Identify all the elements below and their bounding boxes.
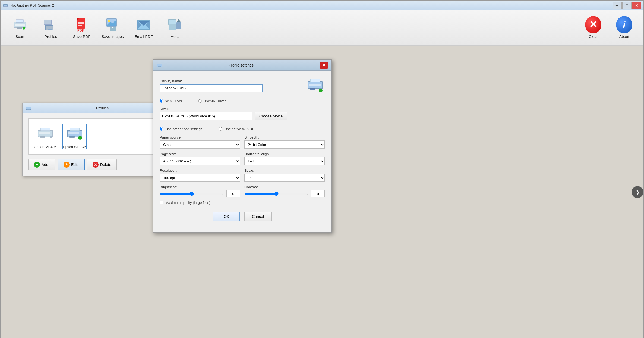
dialog-scanner-icon bbox=[306, 76, 325, 95]
minimize-button[interactable]: ─ bbox=[613, 2, 622, 9]
cancel-button[interactable]: Cancel bbox=[244, 212, 272, 221]
profiles-toolbar-btn[interactable]: Profiles bbox=[36, 13, 66, 43]
resolution-scale-row: Resolution: 75 dpi 100 dpi 150 dpi 200 d… bbox=[160, 168, 325, 182]
scale-select[interactable]: 1:1 1:2 2:1 bbox=[244, 174, 325, 182]
save-pdf-toolbar-btn[interactable]: PDF Save PDF bbox=[67, 13, 97, 43]
svg-rect-42 bbox=[40, 136, 45, 138]
profile-item-epson[interactable]: Epson WF 845 bbox=[63, 124, 86, 149]
driver-radio-row: WIA Driver TWAIN Driver bbox=[160, 99, 325, 103]
contrast-slider[interactable] bbox=[244, 191, 308, 196]
restore-button[interactable]: □ bbox=[622, 2, 632, 9]
bit-depth-select[interactable]: 24-bit Color 8-bit Grayscale 1-bit Black… bbox=[244, 140, 325, 149]
brightness-slider[interactable] bbox=[160, 191, 224, 196]
max-quality-label: Maximum quality (large files) bbox=[165, 201, 210, 205]
about-icon: i bbox=[616, 17, 632, 33]
profiles-window: Profiles Canon MP495 bbox=[22, 103, 174, 176]
delete-label: Delete bbox=[100, 162, 111, 167]
horizontal-align-select[interactable]: Left Center Right bbox=[244, 157, 325, 165]
brightness-value[interactable] bbox=[226, 190, 240, 197]
brightness-label: Brightness: bbox=[160, 185, 240, 189]
svg-point-50 bbox=[78, 136, 82, 140]
edit-icon: ✎ bbox=[64, 162, 70, 168]
dialog-icon bbox=[156, 62, 162, 68]
more-toolbar-btn[interactable]: Mo... bbox=[160, 13, 190, 43]
add-profile-button[interactable]: + Add bbox=[28, 159, 55, 170]
profiles-grid: Canon MP495 Epson WF 845 bbox=[28, 118, 168, 155]
dialog-title-text: Profile settings bbox=[162, 63, 320, 67]
scan-toolbar-btn[interactable]: Scan bbox=[5, 13, 35, 43]
scan-mode-radio-row: Use predefined settings Use native WIA U… bbox=[160, 127, 325, 131]
svg-point-7 bbox=[23, 27, 25, 30]
window-title: Not Another PDF Scanner 2 bbox=[10, 3, 54, 7]
brightness-group: Brightness: bbox=[160, 185, 240, 197]
epson-scanner-icon bbox=[65, 124, 84, 143]
svg-rect-10 bbox=[44, 20, 51, 24]
scan-icon bbox=[12, 17, 28, 33]
svg-rect-1 bbox=[4, 5, 7, 6]
svg-rect-6 bbox=[17, 27, 22, 29]
contrast-value[interactable] bbox=[311, 190, 325, 197]
svg-rect-56 bbox=[309, 84, 321, 86]
about-label: About bbox=[619, 35, 629, 39]
resolution-select[interactable]: 75 dpi 100 dpi 150 dpi 200 dpi 300 dpi 6… bbox=[160, 174, 240, 182]
ok-button[interactable]: OK bbox=[213, 212, 240, 221]
save-images-label: Save Images bbox=[102, 35, 124, 39]
more-label: Mo... bbox=[170, 35, 179, 39]
pagesize-align-row: Page size: A4 (210x297 mm) A5 (148x210 m… bbox=[160, 152, 325, 165]
paper-source-select[interactable]: Glass ADF ADF Duplex bbox=[160, 140, 240, 149]
more-icon bbox=[166, 17, 183, 33]
display-name-label: Display name: bbox=[160, 79, 301, 83]
next-arrow-button[interactable]: ❯ bbox=[632, 186, 643, 198]
brightness-contrast-row: Brightness: Contrast: bbox=[160, 185, 325, 197]
scan-label: Scan bbox=[15, 35, 24, 39]
paper-source-group: Paper source: Glass ADF ADF Duplex bbox=[160, 135, 240, 149]
profile-item-canon[interactable]: Canon MP495 bbox=[34, 124, 56, 149]
max-quality-row: Maximum quality (large files) bbox=[160, 201, 325, 205]
edit-label: Edit bbox=[71, 162, 78, 167]
edit-profile-button[interactable]: ✎ Edit bbox=[58, 159, 85, 170]
add-icon: + bbox=[34, 162, 40, 168]
contrast-group: Contrast: bbox=[244, 185, 325, 197]
page-size-select[interactable]: A4 (210x297 mm) A5 (148x210 mm) Letter (… bbox=[160, 157, 240, 165]
title-bar: Not Another PDF Scanner 2 ─ □ ✕ bbox=[1, 1, 643, 10]
svg-rect-44 bbox=[50, 136, 52, 138]
email-pdf-icon bbox=[135, 17, 152, 33]
email-pdf-toolbar-btn[interactable]: Email PDF bbox=[129, 13, 159, 43]
brightness-slider-row bbox=[160, 190, 240, 197]
device-input[interactable] bbox=[160, 112, 252, 120]
choose-device-button[interactable]: Choose device bbox=[255, 112, 287, 120]
profiles-title: Profiles bbox=[34, 106, 171, 110]
svg-rect-34 bbox=[176, 22, 181, 29]
predefined-settings-option[interactable]: Use predefined settings bbox=[160, 127, 203, 131]
toolbar: Scan Profiles bbox=[1, 10, 643, 46]
save-images-toolbar-btn[interactable]: Save Images bbox=[98, 13, 128, 43]
svg-rect-58 bbox=[310, 79, 320, 82]
display-name-input[interactable] bbox=[160, 84, 263, 92]
wia-driver-option[interactable]: WIA Driver bbox=[160, 99, 182, 103]
bit-depth-label: Bit depth: bbox=[244, 135, 325, 139]
device-row: Choose device bbox=[160, 112, 325, 120]
profiles-icon bbox=[43, 17, 59, 33]
svg-text:PDF: PDF bbox=[77, 29, 84, 32]
delete-icon: ✕ bbox=[93, 162, 99, 168]
profiles-buttons: + Add ✎ Edit ✕ Delete bbox=[28, 159, 168, 170]
horizontal-align-label: Horizontal align: bbox=[244, 152, 325, 156]
svg-rect-43 bbox=[40, 128, 50, 131]
twain-driver-option[interactable]: TWAIN Driver bbox=[198, 99, 226, 103]
contrast-slider-row bbox=[244, 190, 325, 197]
contrast-label: Contrast: bbox=[244, 185, 325, 189]
scale-label: Scale: bbox=[244, 168, 325, 173]
dialog-close-button[interactable]: ✕ bbox=[320, 62, 328, 69]
main-window: Not Another PDF Scanner 2 ─ □ ✕ Scan bbox=[0, 0, 644, 338]
close-window-button[interactable]: ✕ bbox=[632, 2, 641, 9]
max-quality-checkbox[interactable] bbox=[160, 201, 163, 204]
native-ui-option[interactable]: Use native WIA UI bbox=[219, 127, 253, 131]
right-arrow-icon: ❯ bbox=[635, 189, 640, 195]
clear-toolbar-btn[interactable]: ✕ Clear bbox=[578, 13, 608, 43]
delete-profile-button[interactable]: ✕ Delete bbox=[87, 159, 117, 170]
svg-rect-41 bbox=[39, 132, 50, 134]
about-toolbar-btn[interactable]: i About bbox=[609, 13, 639, 43]
twain-label: TWAIN Driver bbox=[204, 99, 226, 103]
dialog-body: Display name: bbox=[153, 71, 331, 232]
clear-icon: ✕ bbox=[585, 17, 601, 33]
